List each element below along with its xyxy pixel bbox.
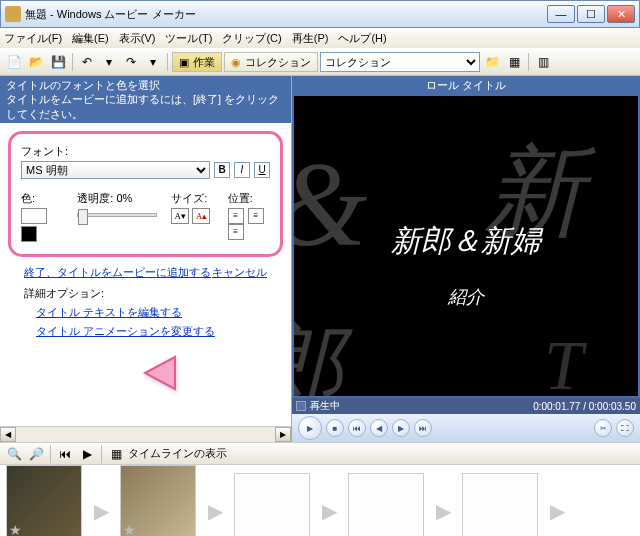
size-decrease-button[interactable]: A▾ — [171, 208, 189, 224]
font-label: フォント: — [21, 144, 270, 159]
storyboard: ★ 新郎写真 ▶ ★ 新婦_写真 ▶ ▶ ▶ ▶ — [0, 464, 640, 536]
split-button[interactable]: ✂ — [594, 419, 612, 437]
cancel-link[interactable]: キャンセル — [212, 265, 267, 280]
menu-clip[interactable]: クリップ(C) — [222, 31, 281, 46]
empty-clip-slot[interactable] — [348, 473, 424, 537]
color-label: 色: — [21, 191, 63, 206]
stop-button[interactable]: ■ — [326, 419, 344, 437]
transition-slot[interactable]: ▶ — [204, 484, 226, 537]
view-icon[interactable]: ▦ — [504, 52, 524, 72]
play-timeline-icon[interactable]: ▶ — [77, 444, 97, 464]
star-icon: ★ — [123, 522, 136, 537]
italic-button[interactable]: I — [234, 162, 250, 178]
menu-file[interactable]: ファイル(F) — [4, 31, 62, 46]
prev-button[interactable]: ⏮ — [348, 419, 366, 437]
play-button[interactable]: ▶ — [298, 416, 322, 440]
dropdown-icon[interactable]: ▾ — [143, 52, 163, 72]
transparency-value: 0% — [116, 192, 132, 204]
horizontal-scrollbar[interactable]: ◀ ▶ — [0, 426, 291, 442]
size-label: サイズ: — [171, 191, 213, 206]
window-title: 無題 - Windows ムービー メーカー — [25, 7, 547, 22]
menu-tool[interactable]: ツール(T) — [165, 31, 212, 46]
zoom-out-icon[interactable]: 🔎 — [26, 444, 46, 464]
timeline-toolbar: 🔍 🔎 ⏮ ▶ ▦ タイムラインの表示 — [0, 442, 640, 464]
size-increase-button[interactable]: A▴ — [192, 208, 210, 224]
align-center-button[interactable]: ≡ — [248, 208, 264, 224]
menu-play[interactable]: 再生(P) — [292, 31, 329, 46]
status-indicator-icon — [296, 401, 306, 411]
scroll-left-icon[interactable]: ◀ — [0, 427, 16, 442]
scroll-right-icon[interactable]: ▶ — [275, 427, 291, 442]
close-button[interactable]: ✕ — [607, 5, 635, 23]
properties-icon[interactable]: ▥ — [533, 52, 553, 72]
next-button[interactable]: ⏭ — [414, 419, 432, 437]
done-link[interactable]: 終了、タイトルをムービーに追加する — [24, 265, 211, 280]
task-pane: タイトルのフォントと色を選択 タイトルをムービーに追加するには、[終了] をクリ… — [0, 76, 292, 442]
preview-text-sub: 紹介 — [448, 285, 484, 309]
timeline-view-label[interactable]: タイムラインの表示 — [128, 446, 227, 461]
clip-item[interactable]: ★ — [6, 465, 82, 537]
menu-bar: ファイル(F) 編集(E) 表示(V) ツール(T) クリップ(C) 再生(P)… — [0, 28, 640, 48]
options-heading: 詳細オプション: — [24, 286, 267, 301]
preview-pane: ロール タイトル & 新 郎 T 新郎＆新婦 紹介 再生中 0:00:01.77… — [292, 76, 640, 442]
maximize-button[interactable]: ☐ — [577, 5, 605, 23]
playback-controls: ▶ ■ ⏮ ◀ ▶ ⏭ ✂ ⛶ — [292, 414, 640, 442]
font-color-button[interactable] — [21, 208, 47, 224]
preview-viewport: & 新 郎 T 新郎＆新婦 紹介 — [294, 96, 638, 396]
arrow-annotation-icon — [140, 353, 180, 393]
task-heading: タイトルのフォントと色を選択 タイトルをムービーに追加するには、[終了] をクリ… — [0, 76, 291, 123]
clip-item[interactable]: ★ — [120, 465, 196, 537]
position-label: 位置: — [228, 191, 270, 206]
bg-color-button[interactable] — [21, 226, 37, 242]
zoom-in-icon[interactable]: 🔍 — [4, 444, 24, 464]
transition-slot[interactable]: ▶ — [90, 484, 112, 537]
redo-icon[interactable]: ↷ — [121, 52, 141, 72]
edit-title-animation-link[interactable]: タイトル アニメーションを変更する — [36, 324, 267, 339]
undo-icon[interactable]: ↶ — [77, 52, 97, 72]
transition-slot[interactable]: ▶ — [546, 484, 568, 537]
edit-title-text-link[interactable]: タイトル テキストを編集する — [36, 305, 267, 320]
preview-status-bar: 再生中 0:00:01.77 / 0:00:03.50 — [292, 398, 640, 414]
underline-button[interactable]: U — [254, 162, 270, 178]
dropdown-icon[interactable]: ▾ — [99, 52, 119, 72]
empty-clip-slot[interactable] — [234, 473, 310, 537]
svg-marker-0 — [145, 357, 175, 389]
title-bar: 無題 - Windows ムービー メーカー ― ☐ ✕ — [0, 0, 640, 28]
rewind-icon[interactable]: ⏮ — [55, 444, 75, 464]
save-icon[interactable]: 💾 — [48, 52, 68, 72]
align-left-button[interactable]: ≡ — [228, 208, 244, 224]
up-icon[interactable]: 📁 — [482, 52, 502, 72]
status-text: 再生中 — [310, 399, 340, 413]
app-icon — [5, 6, 21, 22]
open-icon[interactable]: 📂 — [26, 52, 46, 72]
menu-edit[interactable]: 編集(E) — [72, 31, 109, 46]
collection-select[interactable]: コレクション — [320, 52, 480, 72]
step-fwd-button[interactable]: ▶ — [392, 419, 410, 437]
transition-slot[interactable]: ▶ — [432, 484, 454, 537]
menu-view[interactable]: 表示(V) — [119, 31, 156, 46]
empty-clip-slot[interactable] — [462, 473, 538, 537]
preview-text-main: 新郎＆新婦 — [391, 221, 541, 262]
playback-time: 0:00:01.77 / 0:00:03.50 — [533, 401, 636, 412]
minimize-button[interactable]: ― — [547, 5, 575, 23]
main-toolbar: 📄 📂 💾 ↶ ▾ ↷ ▾ ▣作業 ◉コレクション コレクション 📁 ▦ ▥ — [0, 48, 640, 76]
tasks-button[interactable]: ▣作業 — [172, 52, 222, 72]
preview-title: ロール タイトル — [292, 76, 640, 94]
menu-help[interactable]: ヘルプ(H) — [338, 31, 386, 46]
transparency-label: 透明度: — [77, 192, 113, 204]
font-select[interactable]: MS 明朝 — [21, 161, 210, 179]
align-right-button[interactable]: ≡ — [228, 224, 244, 240]
font-color-panel: フォント: MS 明朝 B I U 色: 透明度: 0% — [8, 131, 283, 257]
new-icon[interactable]: 📄 — [4, 52, 24, 72]
timeline-view-icon[interactable]: ▦ — [106, 444, 126, 464]
transparency-slider[interactable] — [77, 213, 157, 217]
step-back-button[interactable]: ◀ — [370, 419, 388, 437]
fullscreen-button[interactable]: ⛶ — [616, 419, 634, 437]
collections-button[interactable]: ◉コレクション — [224, 52, 318, 72]
star-icon: ★ — [9, 522, 22, 537]
bold-button[interactable]: B — [214, 162, 230, 178]
transition-slot[interactable]: ▶ — [318, 484, 340, 537]
